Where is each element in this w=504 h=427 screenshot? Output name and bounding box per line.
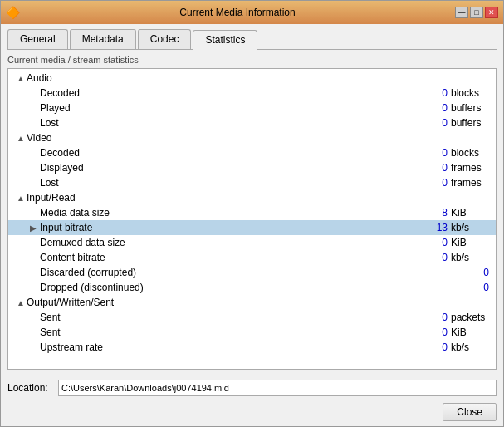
tree-value: 0 <box>423 87 448 99</box>
tree-value: 0 <box>423 147 448 159</box>
title-bar: 🔶 Current Media Information — □ ✕ <box>1 1 503 24</box>
minimize-button[interactable]: — <box>455 7 468 18</box>
tree-label: Content bitrate <box>40 252 423 263</box>
tree-unit: frames <box>451 177 492 189</box>
tree-label: Output/Written/Sent <box>27 297 492 308</box>
tree-unit: kb/s <box>451 341 492 353</box>
window-controls: — □ ✕ <box>455 7 498 18</box>
tree-row[interactable]: Dropped (discontinued)0 <box>8 280 496 295</box>
tree-label: Sent <box>40 312 423 323</box>
tree-unit: buffers <box>451 102 492 114</box>
tree-label: Upstream rate <box>40 341 423 353</box>
tree-value: 8 <box>423 207 448 218</box>
tree-label: Played <box>40 102 423 114</box>
tree-unit: blocks <box>451 87 492 99</box>
tree-row[interactable]: Sent0packets <box>8 310 496 325</box>
window-close-button[interactable]: ✕ <box>485 7 498 18</box>
tree-toggle[interactable]: ▲ <box>17 74 27 83</box>
tree-row[interactable]: Content bitrate0kb/s <box>8 250 496 265</box>
tree-label: Input/Read <box>27 192 492 204</box>
app-icon: 🔶 <box>6 6 20 19</box>
tree-label: Input bitrate <box>40 222 423 233</box>
tree-unit: buffers <box>451 117 492 129</box>
tree-value: 0 <box>464 282 489 293</box>
footer: Location: Close <box>1 375 503 426</box>
tree-label: Sent <box>40 326 423 338</box>
tree-row[interactable]: Played0buffers <box>8 101 496 115</box>
tree-value: 0 <box>423 252 448 263</box>
tree-unit: KiB <box>451 237 492 248</box>
tree-label: Decoded <box>40 87 423 99</box>
tree-row[interactable]: Sent0KiB <box>8 325 496 340</box>
tree-row[interactable]: ▲Output/Written/Sent <box>8 295 496 310</box>
tree-toggle[interactable]: ▲ <box>17 298 27 307</box>
tree-row[interactable]: Discarded (corrupted)0 <box>8 265 496 280</box>
tree-value: 0 <box>423 237 448 248</box>
tree-row[interactable]: Decoded0blocks <box>8 145 496 160</box>
tree-value: 0 <box>464 267 489 278</box>
tree-value: 0 <box>423 162 448 174</box>
tree-value: 0 <box>423 312 448 323</box>
stats-section-label: Current media / stream statistics <box>7 55 497 65</box>
tab-statistics[interactable]: Statistics <box>193 30 257 50</box>
tree-value: 0 <box>423 177 448 189</box>
tree-label: Dropped (discontinued) <box>40 282 464 293</box>
tree-row[interactable]: Media data size8KiB <box>8 205 496 220</box>
tree-label: Lost <box>40 177 423 189</box>
tree-row[interactable]: ▶Input bitrate13kb/s <box>8 220 496 235</box>
tree-row[interactable]: ▲Input/Read <box>8 190 496 205</box>
tree-unit: KiB <box>451 326 492 338</box>
tree-row[interactable]: ▲Video <box>8 130 496 145</box>
location-row: Location: <box>7 380 497 396</box>
location-input[interactable] <box>58 380 497 396</box>
restore-button[interactable]: □ <box>470 7 483 18</box>
tab-bar: General Metadata Codec Statistics <box>7 29 497 50</box>
content-area: General Metadata Codec Statistics Curren… <box>1 24 503 375</box>
tree-toggle[interactable]: ▲ <box>17 194 27 203</box>
tree-row[interactable]: Displayed0frames <box>8 160 496 175</box>
tree-label: Displayed <box>40 162 423 174</box>
tree-row[interactable]: Decoded0blocks <box>8 86 496 101</box>
tree-toggle[interactable]: ▶ <box>30 223 40 233</box>
tree-value: 0 <box>423 341 448 353</box>
tree-unit: frames <box>451 162 492 174</box>
window-title: Current Media Information <box>20 7 455 18</box>
tree-label: Audio <box>27 72 492 84</box>
tree-label: Demuxed data size <box>40 237 423 248</box>
main-window: 🔶 Current Media Information — □ ✕ Genera… <box>0 0 504 427</box>
tree-unit: packets <box>451 312 492 323</box>
tree-unit: kb/s <box>451 252 492 263</box>
tab-codec[interactable]: Codec <box>138 29 192 49</box>
tree-label: Video <box>27 132 492 144</box>
tree-row[interactable]: Upstream rate0kb/s <box>8 340 496 355</box>
tree-toggle[interactable]: ▲ <box>17 134 27 143</box>
tree-row[interactable]: ▲Audio <box>8 71 496 86</box>
tab-general[interactable]: General <box>7 29 68 49</box>
tree-row[interactable]: Demuxed data size0KiB <box>8 235 496 250</box>
tree-label: Decoded <box>40 147 423 159</box>
button-row: Close <box>7 403 497 421</box>
tree-label: Discarded (corrupted) <box>40 267 464 278</box>
tree-unit: KiB <box>451 207 492 218</box>
tree-row[interactable]: Lost0frames <box>8 175 496 190</box>
tree-value: 0 <box>423 117 448 129</box>
close-button[interactable]: Close <box>443 403 497 421</box>
tree-value: 0 <box>423 326 448 338</box>
tab-metadata[interactable]: Metadata <box>70 29 136 49</box>
tree-row[interactable]: Lost0buffers <box>8 115 496 130</box>
tree-label: Lost <box>40 117 423 129</box>
tree-label: Media data size <box>40 207 423 218</box>
statistics-tree[interactable]: ▲AudioDecoded0blocksPlayed0buffersLost0b… <box>7 68 497 370</box>
tree-value: 13 <box>423 222 448 233</box>
tree-value: 0 <box>423 102 448 114</box>
tree-unit: blocks <box>451 147 492 159</box>
tree-unit: kb/s <box>451 222 492 233</box>
location-label: Location: <box>7 382 53 394</box>
